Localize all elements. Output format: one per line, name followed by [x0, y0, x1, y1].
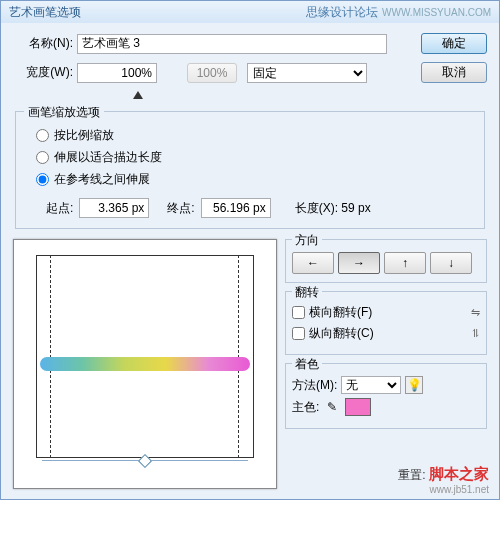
eyedropper-icon: ✎ — [327, 400, 337, 414]
flip-group: 翻转 横向翻转(F) ⇋ 纵向翻转(C) ⥮ — [285, 291, 487, 355]
brush-preview — [13, 239, 277, 489]
arrow-right-icon: → — [353, 256, 365, 270]
watermark: 脚本之家 — [429, 466, 489, 482]
dir-left-button[interactable]: ← — [292, 252, 334, 274]
method-label: 方法(M): — [292, 377, 337, 394]
flip-v-checkbox[interactable]: 纵向翻转(C) ⥮ — [292, 325, 480, 342]
length-label: 长度(X): 59 px — [295, 200, 371, 217]
tint-group: 着色 方法(M): 无 💡 主色: ✎ — [285, 363, 487, 429]
watermark-url: www.jb51.net — [398, 484, 489, 495]
arrow-left-icon: ← — [307, 256, 319, 270]
end-label: 终点: — [167, 200, 194, 217]
footer: 重置: 脚本之家 www.jb51.net — [398, 465, 489, 495]
flip-v-icon: ⥮ — [471, 327, 480, 340]
width-100-button[interactable]: 100% — [187, 63, 237, 83]
scale-guides-radio[interactable]: 在参考线之间伸展 — [36, 171, 474, 188]
scale-proportional-radio[interactable]: 按比例缩放 — [36, 127, 474, 144]
flip-h-checkbox[interactable]: 横向翻转(F) ⇋ — [292, 304, 480, 321]
forum-link: 思缘设计论坛WWW.MISSYUAN.COM — [306, 4, 491, 21]
width-label: 宽度(W): — [13, 64, 73, 81]
dir-right-button[interactable]: → — [338, 252, 380, 274]
direction-title: 方向 — [292, 232, 322, 249]
tint-tip-button[interactable]: 💡 — [405, 376, 423, 394]
art-brush-dialog: 艺术画笔选项 思缘设计论坛WWW.MISSYUAN.COM 名称(N): 确定 … — [0, 0, 500, 500]
name-label: 名称(N): — [13, 35, 73, 52]
color-swatch[interactable] — [345, 398, 371, 416]
end-input[interactable] — [201, 198, 271, 218]
direction-group: 方向 ← → ↑ ↓ — [285, 239, 487, 283]
dir-down-button[interactable]: ↓ — [430, 252, 472, 274]
width-slider[interactable] — [77, 91, 157, 99]
tint-method-select[interactable]: 无 — [341, 376, 401, 394]
ok-button[interactable]: 确定 — [421, 33, 487, 54]
arrow-down-icon: ↓ — [448, 256, 454, 270]
scale-options-group: 画笔缩放选项 按比例缩放 伸展以适合描边长度 在参考线之间伸展 起点: 终点: … — [15, 111, 485, 229]
scale-group-title: 画笔缩放选项 — [24, 104, 104, 121]
brush-stroke-icon — [40, 357, 250, 371]
lightbulb-icon: 💡 — [407, 378, 422, 392]
eyedropper-button[interactable]: ✎ — [323, 398, 341, 416]
flip-h-icon: ⇋ — [471, 306, 480, 319]
name-input[interactable] — [77, 34, 387, 54]
start-label: 起点: — [46, 200, 73, 217]
arrow-up-icon: ↑ — [402, 256, 408, 270]
scale-stretch-radio[interactable]: 伸展以适合描边长度 — [36, 149, 474, 166]
reset-label: 重置: — [398, 468, 425, 482]
tint-title: 着色 — [292, 356, 322, 373]
dialog-title: 艺术画笔选项 — [9, 4, 81, 21]
dir-up-button[interactable]: ↑ — [384, 252, 426, 274]
cancel-button[interactable]: 取消 — [421, 62, 487, 83]
key-color-label: 主色: — [292, 399, 319, 416]
width-mode-select[interactable]: 固定 — [247, 63, 367, 83]
flip-title: 翻转 — [292, 284, 322, 301]
titlebar[interactable]: 艺术画笔选项 思缘设计论坛WWW.MISSYUAN.COM — [1, 1, 499, 23]
width-input[interactable] — [77, 63, 157, 83]
start-input[interactable] — [79, 198, 149, 218]
